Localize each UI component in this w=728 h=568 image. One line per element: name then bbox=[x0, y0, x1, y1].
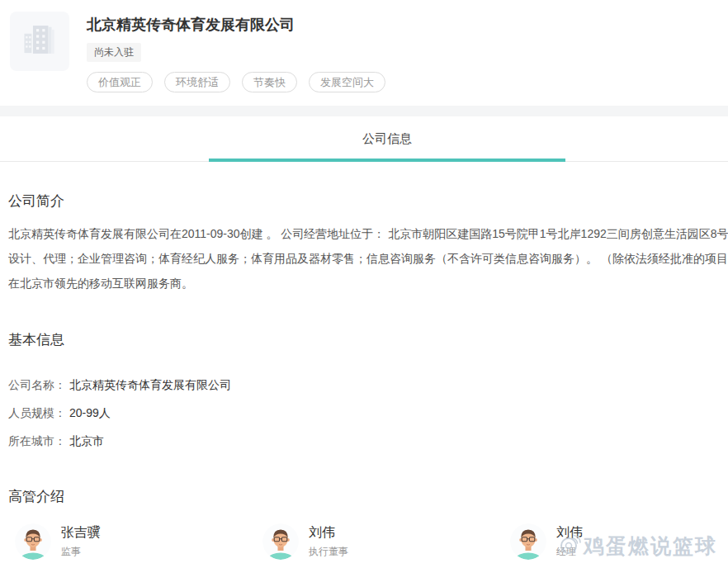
company-profile-page: 北京精英传奇体育发展有限公司 尚未入驻 价值观正 环境舒适 节奏快 发展空间大 … bbox=[0, 0, 728, 568]
intro-section-title: 公司简介 bbox=[8, 162, 728, 211]
info-label: 人员规模： bbox=[8, 406, 66, 421]
intro-line: 北京精英传奇体育发展有限公司在2011-09-30创建 。 公司经营地址位于： … bbox=[8, 221, 728, 246]
tag-pill: 价值观正 bbox=[87, 72, 153, 92]
executive-name: 刘伟 bbox=[309, 524, 348, 541]
tag-pill: 节奏快 bbox=[242, 72, 297, 92]
info-row-staff-size: 人员规模： 20-99人 bbox=[8, 400, 728, 428]
not-registered-badge: 尚未入驻 bbox=[87, 43, 141, 62]
executive-meta: 刘伟 经理 bbox=[556, 524, 583, 559]
executive-role: 经理 bbox=[556, 545, 583, 559]
info-row-city: 所在城市： 北京市 bbox=[8, 428, 728, 456]
tab-company-info[interactable]: 公司信息 bbox=[209, 116, 565, 162]
info-value: 北京精英传奇体育发展有限公司 bbox=[69, 378, 231, 393]
intro-line: 在北京市领先的移动互联网服务商。 bbox=[8, 271, 728, 296]
tab-bar: 公司信息 bbox=[0, 116, 728, 162]
executive-head: 刘伟 执行董事 bbox=[256, 523, 503, 560]
executive-role: 执行董事 bbox=[309, 545, 348, 559]
tag-pill: 发展空间大 bbox=[309, 72, 385, 92]
active-tab-indicator bbox=[209, 159, 565, 162]
executive-meta: 张吉骥 监事 bbox=[61, 524, 101, 559]
executive-role: 监事 bbox=[61, 545, 101, 559]
basic-info-section-title: 基本信息 bbox=[8, 330, 728, 350]
person-avatar-icon bbox=[262, 523, 299, 560]
basic-info-list: 公司名称： 北京精英传奇体育发展有限公司 人员规模： 20-99人 所在城市： … bbox=[8, 372, 728, 456]
building-icon bbox=[16, 16, 64, 67]
person-avatar-icon bbox=[15, 523, 51, 560]
company-header: 北京精英传奇体育发展有限公司 尚未入驻 价值观正 环境舒适 节奏快 发展空间大 bbox=[0, 0, 728, 106]
company-name: 北京精英传奇体育发展有限公司 bbox=[87, 15, 385, 35]
info-label: 所在城市： bbox=[8, 434, 66, 449]
company-header-info: 北京精英传奇体育发展有限公司 尚未入驻 价值观正 环境舒适 节奏快 发展空间大 bbox=[87, 15, 385, 92]
executive-card: 张吉骥 监事 任北京精英传奇体育发展有限公司监事 bbox=[8, 523, 256, 568]
executive-head: 张吉骥 监事 bbox=[8, 523, 256, 560]
tag-pill: 环境舒适 bbox=[164, 72, 230, 92]
info-label: 公司名称： bbox=[8, 378, 66, 393]
executives-section-title: 高管介绍 bbox=[8, 487, 728, 507]
executive-head: 刘伟 经理 bbox=[503, 523, 728, 560]
company-logo bbox=[10, 12, 69, 71]
intro-line: 设计、代理；企业管理咨询；体育经纪人服务；体育用品及器材零售；信息咨询服务（不含… bbox=[8, 246, 728, 271]
info-value: 20-99人 bbox=[69, 406, 111, 421]
executive-name: 张吉骥 bbox=[61, 524, 101, 541]
company-intro-paragraph: 北京精英传奇体育发展有限公司在2011-09-30创建 。 公司经营地址位于： … bbox=[8, 221, 728, 296]
info-value: 北京市 bbox=[69, 434, 104, 449]
info-row-company-name: 公司名称： 北京精英传奇体育发展有限公司 bbox=[8, 372, 728, 400]
person-avatar-icon bbox=[510, 523, 546, 560]
executives-list: 张吉骥 监事 任北京精英传奇体育发展有限公司监事 bbox=[8, 523, 728, 568]
executive-meta: 刘伟 执行董事 bbox=[309, 524, 348, 559]
executive-card: 刘伟 执行董事 任北京精英传奇体育发展有限公司执行董事 bbox=[256, 523, 503, 568]
company-tag-list: 价值观正 环境舒适 节奏快 发展空间大 bbox=[87, 72, 385, 92]
section-separator bbox=[0, 106, 728, 116]
main-content: 公司简介 北京精英传奇体育发展有限公司在2011-09-30创建 。 公司经营地… bbox=[0, 162, 728, 568]
executive-card: 刘伟 经理 任北京精英传奇体育发展有限公司经理 bbox=[503, 523, 728, 568]
executive-name: 刘伟 bbox=[556, 524, 583, 541]
